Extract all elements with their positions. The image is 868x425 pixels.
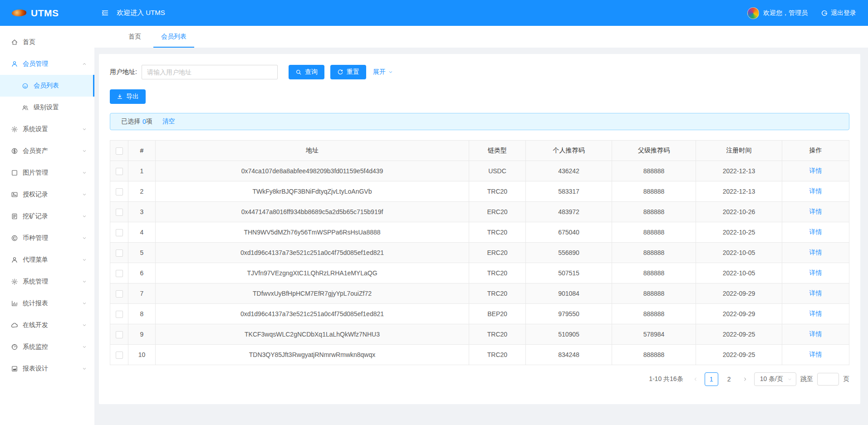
prev-page-button[interactable]	[691, 372, 701, 386]
row-checkbox[interactable]	[116, 168, 123, 175]
row-reg-date: 2022-09-25	[696, 324, 782, 345]
tab-member-list[interactable]: 会员列表	[153, 26, 194, 48]
user-icon	[11, 256, 18, 264]
row-address: TWkFy8krBJQF3BNiFdtyqZjvLtyLoAnGVb	[156, 181, 469, 202]
page-size-value: 10 条/页	[760, 375, 783, 383]
sidebar-item-agent-menu[interactable]: 代理菜单	[0, 249, 94, 271]
sidebar-item-image-management[interactable]: 图片管理	[0, 162, 94, 184]
row-detail-link[interactable]: 详情	[809, 228, 822, 235]
row-parent-code: 888888	[612, 243, 696, 263]
sidebar-item-online-dev[interactable]: 在线开发	[0, 314, 94, 336]
sidebar-item-label: 授权记录	[23, 191, 77, 199]
row-personal-code: 510905	[526, 324, 612, 345]
chevron-down-icon	[388, 69, 393, 75]
row-checkbox[interactable]	[116, 352, 123, 359]
reset-button[interactable]: 重置	[330, 65, 366, 79]
row-address: TKCF3wqsWLC2gNCDbXq1LaLhQkWfz7NHU3	[156, 324, 469, 345]
sidebar-item-member-assets[interactable]: 会员资产	[0, 140, 94, 162]
row-checkbox[interactable]	[116, 229, 123, 236]
user-address-input[interactable]	[142, 65, 278, 79]
row-detail-link[interactable]: 详情	[809, 208, 822, 215]
utms-admin-page: UTMS 欢迎进入 UTMS 欢迎您，管理员 退出登录 首页会员管理会员列表级别…	[0, 0, 868, 425]
page-1-button[interactable]: 1	[705, 372, 718, 386]
app-logo-icon	[12, 10, 26, 16]
sidebar-item-system-monitor[interactable]: 系统监控	[0, 336, 94, 358]
row-detail-link[interactable]: 详情	[809, 269, 822, 276]
logout-button[interactable]: 退出登录	[821, 9, 856, 17]
app-logo-text: UTMS	[31, 8, 59, 19]
logout-icon	[821, 10, 828, 17]
row-detail-link[interactable]: 详情	[809, 310, 822, 317]
sidebar-item-system-management[interactable]: 系统管理	[0, 271, 94, 293]
chevron-down-icon	[82, 235, 87, 241]
export-button[interactable]: 导出	[110, 89, 146, 104]
row-checkbox[interactable]	[116, 209, 123, 216]
tab-home[interactable]: 首页	[121, 26, 149, 48]
sidebar-item-system-settings[interactable]: 系统设置	[0, 118, 94, 140]
row-detail-link[interactable]: 详情	[809, 187, 822, 195]
row-detail-link[interactable]: 详情	[809, 330, 822, 337]
row-detail-link[interactable]: 详情	[809, 351, 822, 358]
sidebar-item-report-design[interactable]: 报表设计	[0, 358, 94, 380]
page-2-button[interactable]: 2	[722, 372, 736, 386]
row-chain-type: TRC20	[469, 181, 526, 202]
tabbar: 首页 会员列表	[94, 26, 868, 48]
row-checkbox[interactable]	[116, 331, 123, 338]
clear-selection-link[interactable]: 清空	[162, 117, 175, 126]
sidebar-item-home[interactable]: 首页	[0, 31, 94, 53]
row-detail-link[interactable]: 详情	[809, 167, 822, 174]
row-checkbox[interactable]	[116, 270, 123, 277]
row-chain-type: TRC20	[469, 263, 526, 283]
row-checkbox[interactable]	[116, 188, 123, 195]
row-personal-code: 979550	[526, 304, 612, 324]
chevron-down-icon	[82, 301, 87, 306]
table-row: 50xd1d96c4137a73e521c251a0c4f75d085ef1ed…	[110, 243, 849, 263]
layout: 首页会员管理会员列表级别设置系统设置会员资产图片管理授权记录挖矿记录币种管理代理…	[0, 26, 868, 425]
row-address: 0x74ca107de8a8abfee498209b3fd01159e5f4d4…	[156, 161, 469, 181]
menu-fold-icon[interactable]	[101, 9, 109, 17]
row-index: 1	[128, 161, 156, 181]
picture-icon	[11, 169, 18, 176]
sidebar-item-member-list[interactable]: 会员列表	[0, 75, 94, 97]
avatar[interactable]	[747, 7, 759, 19]
jump-page-input[interactable]	[817, 373, 839, 386]
download-icon	[117, 93, 123, 100]
row-address: TDfwvxUyBfHpHCM7EfR7gjyYpL7ouiZf72	[156, 283, 469, 304]
content-area: 用户地址: 查询 重置 展开	[94, 48, 868, 425]
row-personal-code: 834248	[526, 345, 612, 365]
sidebar-item-member-management[interactable]: 会员管理	[0, 53, 94, 75]
row-checkbox[interactable]	[116, 290, 123, 298]
sidebar-item-level-settings[interactable]: 级别设置	[0, 97, 94, 118]
chevron-down-icon	[82, 148, 87, 154]
next-page-button[interactable]	[740, 372, 750, 386]
row-personal-code: 507515	[526, 263, 612, 283]
select-all-checkbox[interactable]	[116, 147, 123, 155]
sidebar-item-mining-records[interactable]: 挖矿记录	[0, 205, 94, 227]
sidebar-item-coin-management[interactable]: 币种管理	[0, 227, 94, 249]
row-checkbox[interactable]	[116, 311, 123, 318]
row-detail-link[interactable]: 详情	[809, 289, 822, 297]
app-logo[interactable]: UTMS	[0, 8, 94, 19]
sidebar-item-statistics-report[interactable]: 统计报表	[0, 293, 94, 314]
expand-link[interactable]: 展开	[373, 68, 393, 76]
sidebar-item-label: 报表设计	[23, 365, 77, 373]
row-chain-type: USDC	[469, 161, 526, 181]
row-checkbox[interactable]	[116, 249, 123, 257]
search-button-label: 查询	[305, 68, 318, 76]
row-reg-date: 2022-12-13	[696, 181, 782, 202]
topbar-main: 欢迎进入 UTMS 欢迎您，管理员 退出登录	[94, 7, 868, 19]
document-icon	[11, 213, 18, 220]
page-size-select[interactable]: 10 条/页	[754, 372, 796, 386]
row-parent-code: 888888	[612, 161, 696, 181]
user-address-label: 用户地址:	[110, 68, 137, 76]
search-button[interactable]: 查询	[289, 65, 324, 79]
member-table: # 地址 链类型 个人推荐码 父级推荐码 注册时间 操作 10x74ca107d…	[110, 140, 849, 365]
row-detail-link[interactable]: 详情	[809, 249, 822, 256]
table-row: 4THN9WV5dMZh76y56TmWSPPa6RsHsUa8888TRC20…	[110, 222, 849, 243]
sidebar-item-authorization-records[interactable]: 授权记录	[0, 184, 94, 205]
row-index: 2	[128, 181, 156, 202]
welcome-text: 欢迎进入 UTMS	[117, 9, 165, 17]
table-row: 6TJVfn97VEzgngXtC1LQhRzLRHA1eMYLaQGTRC20…	[110, 263, 849, 283]
dollar-icon	[11, 147, 18, 155]
user-greeting: 欢迎您，管理员	[763, 9, 808, 17]
